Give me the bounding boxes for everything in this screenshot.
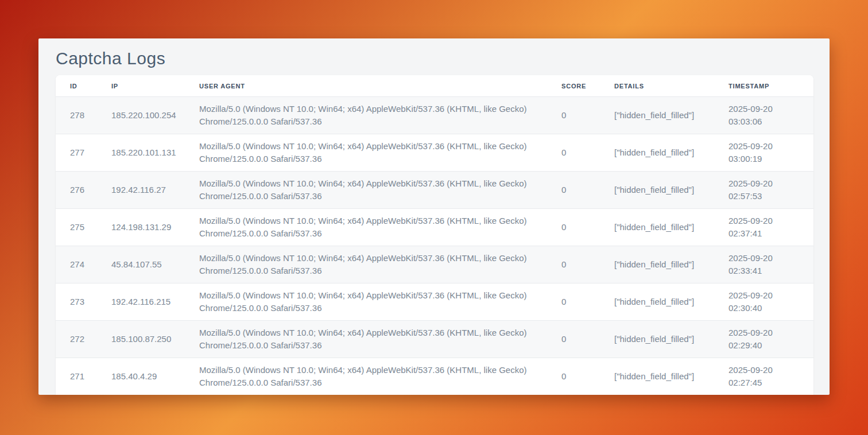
cell-ip: 192.42.116.215 [97,283,185,321]
cell-id: 272 [56,321,97,358]
cell-score: 0 [547,97,600,134]
table-row: 277 185.220.101.131 Mozilla/5.0 (Windows… [56,134,813,172]
column-header-ip: IP [97,75,185,97]
column-header-score: SCORE [547,75,600,97]
table-row: 276 192.42.116.27 Mozilla/5.0 (Windows N… [56,172,813,209]
cell-id: 274 [56,246,97,283]
cell-user-agent: Mozilla/5.0 (Windows NT 10.0; Win64; x64… [185,358,547,395]
cell-user-agent: Mozilla/5.0 (Windows NT 10.0; Win64; x64… [185,283,547,321]
cell-timestamp: 2025-09-20 02:57:53 [714,172,813,209]
cell-user-agent: Mozilla/5.0 (Windows NT 10.0; Win64; x64… [185,172,547,209]
cell-id: 277 [56,134,97,172]
cell-ip: 185.220.101.131 [97,134,185,172]
cell-timestamp: 2025-09-20 02:29:40 [714,321,813,358]
cell-user-agent: Mozilla/5.0 (Windows NT 10.0; Win64; x64… [185,246,547,283]
cell-score: 0 [547,172,600,209]
table-row: 271 185.40.4.29 Mozilla/5.0 (Windows NT … [56,358,813,395]
cell-id: 275 [56,209,97,246]
column-header-user-agent: USER AGENT [185,75,547,97]
cell-details: ["hidden_field_filled"] [600,246,714,283]
cell-score: 0 [547,321,600,358]
cell-details: ["hidden_field_filled"] [600,321,714,358]
cell-details: ["hidden_field_filled"] [600,283,714,321]
cell-score: 0 [547,283,600,321]
table-row: 275 124.198.131.29 Mozilla/5.0 (Windows … [56,209,813,246]
table-row: 274 45.84.107.55 Mozilla/5.0 (Windows NT… [56,246,813,283]
column-header-id: ID [56,75,97,97]
cell-timestamp: 2025-09-20 02:30:40 [714,283,813,321]
cell-user-agent: Mozilla/5.0 (Windows NT 10.0; Win64; x64… [185,134,547,172]
cell-user-agent: Mozilla/5.0 (Windows NT 10.0; Win64; x64… [185,321,547,358]
captcha-logs-card: Captcha Logs ID IP USER AGENT SCORE DETA… [38,38,830,395]
cell-details: ["hidden_field_filled"] [600,97,714,134]
cell-user-agent: Mozilla/5.0 (Windows NT 10.0; Win64; x64… [185,97,547,134]
cell-ip: 192.42.116.27 [97,172,185,209]
column-header-timestamp: TIMESTAMP [714,75,813,97]
cell-timestamp: 2025-09-20 03:03:06 [714,97,813,134]
cell-score: 0 [547,358,600,395]
table-row: 272 185.100.87.250 Mozilla/5.0 (Windows … [56,321,813,358]
cell-score: 0 [547,246,600,283]
cell-timestamp: 2025-09-20 03:00:19 [714,134,813,172]
cell-id: 271 [56,358,97,395]
table-header-row: ID IP USER AGENT SCORE DETAILS TIMESTAMP [56,75,813,97]
cell-timestamp: 2025-09-20 02:37:41 [714,209,813,246]
cell-ip: 185.100.87.250 [97,321,185,358]
cell-id: 273 [56,283,97,321]
table-row: 278 185.220.100.254 Mozilla/5.0 (Windows… [56,97,813,134]
cell-details: ["hidden_field_filled"] [600,358,714,395]
page-background: Captcha Logs ID IP USER AGENT SCORE DETA… [0,0,868,435]
logs-table: ID IP USER AGENT SCORE DETAILS TIMESTAMP… [56,75,813,395]
cell-details: ["hidden_field_filled"] [600,209,714,246]
cell-ip: 185.40.4.29 [97,358,185,395]
cell-details: ["hidden_field_filled"] [600,134,714,172]
cell-timestamp: 2025-09-20 02:27:45 [714,358,813,395]
cell-id: 276 [56,172,97,209]
column-header-details: DETAILS [600,75,714,97]
page-title: Captcha Logs [56,47,813,70]
cell-ip: 45.84.107.55 [97,246,185,283]
cell-score: 0 [547,209,600,246]
cell-ip: 185.220.100.254 [97,97,185,134]
cell-score: 0 [547,134,600,172]
cell-id: 278 [56,97,97,134]
table-row: 273 192.42.116.215 Mozilla/5.0 (Windows … [56,283,813,321]
logs-table-grid: ID IP USER AGENT SCORE DETAILS TIMESTAMP… [56,75,813,395]
cell-ip: 124.198.131.29 [97,209,185,246]
cell-timestamp: 2025-09-20 02:33:41 [714,246,813,283]
cell-user-agent: Mozilla/5.0 (Windows NT 10.0; Win64; x64… [185,209,547,246]
cell-details: ["hidden_field_filled"] [600,172,714,209]
